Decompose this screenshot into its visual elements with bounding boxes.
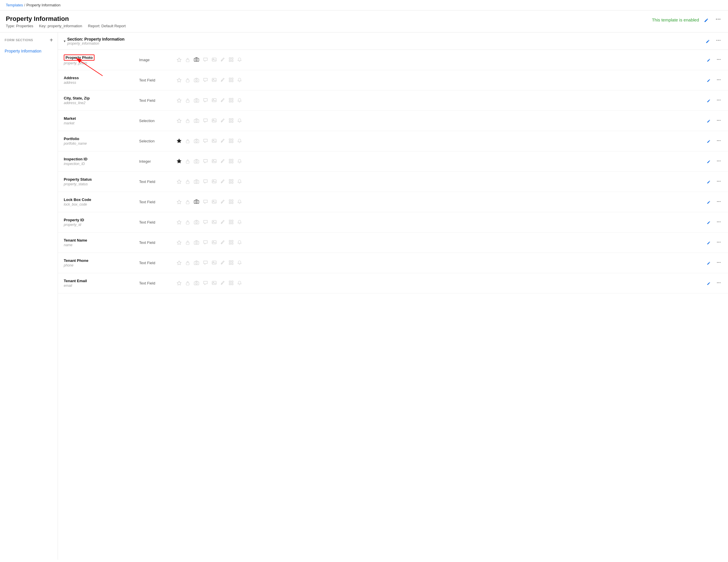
header-more-button[interactable] [714,15,722,25]
comment-icon[interactable] [203,260,208,265]
field-edit-button[interactable] [705,57,712,63]
bell-icon[interactable] [237,281,242,286]
tool-icon[interactable] [221,281,225,286]
comment-icon[interactable] [203,220,208,225]
lock-icon[interactable] [185,260,190,265]
grid-icon[interactable] [229,199,233,204]
grid-icon[interactable] [229,78,233,83]
star-icon[interactable] [177,78,181,83]
bell-icon[interactable] [237,220,242,225]
field-edit-button[interactable] [705,259,712,266]
tool-icon[interactable] [221,139,225,143]
comment-icon[interactable] [203,199,208,204]
comment-icon[interactable] [203,139,208,143]
image-icon[interactable] [212,118,216,123]
bell-icon[interactable] [237,57,242,63]
lock-icon[interactable] [185,139,190,144]
comment-icon[interactable] [203,240,208,245]
field-edit-button[interactable] [705,138,712,145]
grid-icon[interactable] [229,57,233,62]
header-edit-button[interactable] [702,16,711,24]
camera-icon[interactable] [194,98,199,103]
bell-icon[interactable] [237,98,242,103]
image-icon[interactable] [212,179,216,184]
section-edit-button[interactable] [704,37,712,45]
image-icon[interactable] [212,57,216,62]
lock-icon[interactable] [185,240,190,245]
grid-icon[interactable] [229,159,233,164]
lock-icon[interactable] [185,159,190,164]
grid-icon[interactable] [229,118,233,123]
tool-icon[interactable] [221,78,225,83]
grid-icon[interactable] [229,98,233,103]
field-more-button[interactable] [715,157,722,166]
image-icon[interactable] [212,98,216,103]
field-edit-button[interactable] [705,117,712,124]
grid-icon[interactable] [229,179,233,184]
image-icon[interactable] [212,139,216,143]
comment-icon[interactable] [203,98,208,103]
bell-icon[interactable] [237,118,242,123]
bell-icon[interactable] [237,159,242,164]
field-more-button[interactable] [715,116,722,125]
star-icon[interactable] [177,260,181,265]
section-toggle-icon[interactable]: ▾ [64,39,65,43]
field-edit-button[interactable] [705,178,712,185]
camera-icon[interactable] [194,179,199,184]
tool-icon[interactable] [221,98,225,103]
grid-icon[interactable] [229,139,233,143]
comment-icon[interactable] [203,159,208,164]
grid-icon[interactable] [229,260,233,265]
star-icon[interactable] [177,179,181,184]
star-icon[interactable] [177,118,181,123]
tool-icon[interactable] [221,199,225,204]
tool-icon[interactable] [221,159,225,164]
tool-icon[interactable] [221,179,225,184]
lock-icon[interactable] [185,281,190,286]
field-edit-button[interactable] [705,97,712,104]
camera-icon[interactable] [194,118,199,123]
bell-icon[interactable] [237,199,242,205]
comment-icon[interactable] [203,78,208,83]
bell-icon[interactable] [237,179,242,184]
field-more-button[interactable] [715,76,722,85]
camera-icon[interactable] [194,220,199,225]
image-icon[interactable] [212,199,216,204]
section-more-button[interactable] [715,37,722,46]
bell-icon[interactable] [237,78,242,83]
star-icon[interactable] [177,240,181,245]
lock-icon[interactable] [185,98,190,103]
field-edit-button[interactable] [705,239,712,246]
add-section-button[interactable]: + [50,37,53,43]
field-edit-button[interactable] [705,280,712,287]
star-icon[interactable] [177,199,181,205]
grid-icon[interactable] [229,240,233,245]
field-more-button[interactable] [715,279,722,288]
field-edit-button[interactable] [705,219,712,226]
sidebar-item-property-information[interactable]: Property Information [0,46,58,56]
image-icon[interactable] [212,220,216,225]
comment-icon[interactable] [203,118,208,123]
field-more-button[interactable] [715,55,722,64]
lock-icon[interactable] [185,179,190,184]
camera-icon[interactable] [194,240,199,245]
tool-icon[interactable] [221,240,225,245]
star-icon[interactable] [177,159,181,164]
comment-icon[interactable] [203,179,208,184]
lock-icon[interactable] [185,199,190,205]
grid-icon[interactable] [229,220,233,225]
field-edit-button[interactable] [705,199,712,205]
star-icon[interactable] [177,57,181,63]
breadcrumb-templates-link[interactable]: Templates [6,3,23,7]
lock-icon[interactable] [185,220,190,225]
star-icon[interactable] [177,281,181,286]
camera-icon[interactable] [194,199,199,205]
image-icon[interactable] [212,78,216,83]
camera-icon[interactable] [194,57,199,63]
field-more-button[interactable] [715,177,722,186]
tool-icon[interactable] [221,57,225,62]
grid-icon[interactable] [229,281,233,286]
comment-icon[interactable] [203,57,208,62]
image-icon[interactable] [212,260,216,265]
field-more-button[interactable] [715,96,722,105]
